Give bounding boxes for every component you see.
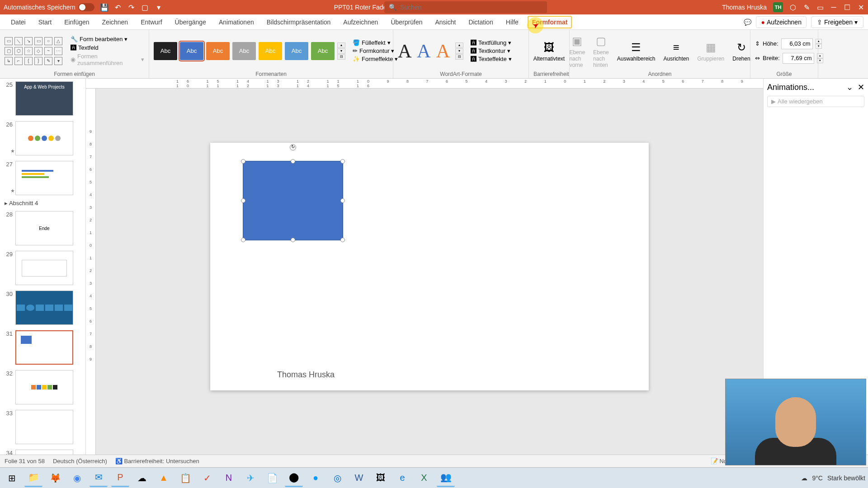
slide-thumb-30[interactable] [15, 291, 73, 325]
taskbar-app6-icon[interactable]: 🖼 [372, 469, 390, 487]
resize-handle-ne[interactable] [340, 159, 345, 164]
taskbar-app5-icon[interactable]: ◎ [328, 469, 346, 487]
toggle-switch-icon[interactable] [78, 3, 94, 11]
taskbar-outlook-icon[interactable]: ✉ [90, 469, 108, 487]
selected-rectangle-shape[interactable] [243, 161, 343, 240]
height-down-icon[interactable]: ▾ [816, 44, 822, 49]
width-up-icon[interactable]: ▴ [817, 53, 823, 58]
taskbar-app3-icon[interactable]: 📄 [263, 469, 281, 487]
resize-handle-n[interactable] [291, 159, 295, 164]
gallery-more-icon[interactable]: ⊟ [337, 54, 345, 60]
slide-thumb-28[interactable]: Ende [15, 211, 73, 245]
wordart-style-2[interactable]: A [417, 40, 430, 62]
taskbar-firefox-icon[interactable]: 🦊 [46, 469, 64, 487]
style-black[interactable]: Abc [154, 42, 177, 60]
style-yellow[interactable]: Abc [259, 42, 282, 60]
start-button[interactable]: ⊞ [3, 469, 21, 487]
shape-style-gallery[interactable]: Abc Abc Abc Abc Abc Abc Abc ▴ ▾ ⊟ [154, 42, 345, 60]
shape-effects-button[interactable]: ✨ Formeffekte ▾ [353, 56, 398, 62]
tab-bildschirm[interactable]: Bildschirmpräsentation [260, 14, 337, 29]
accessibility-status[interactable]: ♿ Barrierefreiheit: Untersuchen [115, 458, 199, 465]
width-control[interactable]: ⇔ Breite: ▴▾ [755, 53, 823, 64]
text-outline-button[interactable]: 🅰 Textkontur ▾ [471, 47, 512, 54]
text-effects-button[interactable]: 🅰 Texteffekte ▾ [471, 56, 512, 62]
resize-handle-se[interactable] [340, 238, 345, 242]
style-lightblue[interactable]: Abc [285, 42, 308, 60]
coming-soon-icon[interactable]: ⬡ [789, 4, 797, 11]
slide-thumb-29[interactable] [15, 251, 73, 285]
taskbar-chrome-icon[interactable]: ◉ [68, 469, 86, 487]
rotate-button[interactable]: ↻Drehen [730, 40, 753, 62]
shape-expand-icon[interactable]: ▾ [54, 57, 62, 65]
text-fill-button[interactable]: 🅰 Textfüllung ▾ [471, 39, 512, 46]
shape-oval-icon[interactable]: ○ [44, 37, 52, 45]
tab-uebergaenge[interactable]: Übergänge [169, 14, 212, 29]
resize-handle-e[interactable] [340, 198, 345, 203]
tab-formformat[interactable]: Formformat [528, 16, 572, 28]
slide-thumbnail-panel[interactable]: 25App & Web Projects 26★ 27★ ▸ Abschnitt… [0, 79, 86, 472]
taskbar-onenote-icon[interactable]: N [220, 469, 238, 487]
minimize-icon[interactable]: ─ [830, 4, 837, 11]
tab-entwurf[interactable]: Entwurf [134, 14, 168, 29]
taskbar-telegram-icon[interactable]: ✈ [241, 469, 259, 487]
gallery-down-icon[interactable]: ▾ [337, 48, 345, 54]
shape-hex-icon[interactable]: ⬡ [14, 47, 23, 55]
style-blue[interactable]: Abc [180, 42, 203, 60]
comments-icon[interactable]: 💬 [744, 19, 751, 26]
share-button[interactable]: ⇪Freigeben▾ [811, 16, 863, 28]
search-input[interactable] [400, 4, 542, 11]
style-gray[interactable]: Abc [232, 42, 256, 60]
taskbar-teams-icon[interactable]: 👥 [437, 469, 455, 487]
wordart-down-icon[interactable]: ▾ [455, 48, 463, 54]
slide-stage[interactable]: Thomas Hruska [96, 89, 763, 472]
slide-canvas[interactable]: Thomas Hruska [210, 143, 649, 390]
shape-rect-icon[interactable]: ▭ [34, 37, 42, 45]
weather-temp[interactable]: 9°C [812, 474, 823, 482]
shape-gallery[interactable]: ▭ ＼ ↘ ▭ ○ △ ▢ ⬡ ☆ ◇ ~ ⋯ ↳ ⌐ { } ✎ ▾ [5, 37, 62, 65]
selection-pane-button[interactable]: ☰Auswahlbereich [614, 40, 658, 62]
resize-handle-sw[interactable] [241, 238, 245, 242]
height-up-icon[interactable]: ▴ [816, 39, 822, 44]
shape-triangle-icon[interactable]: △ [54, 37, 62, 45]
close-icon[interactable]: ✕ [857, 4, 864, 11]
tab-einfuegen[interactable]: Einfügen [58, 14, 95, 29]
slide-thumb-32[interactable] [15, 370, 73, 404]
textbox-button[interactable]: 🅰 Textfeld [71, 44, 144, 51]
window-icon[interactable]: ▭ [816, 4, 824, 11]
shape-brace1-icon[interactable]: { [24, 57, 33, 65]
shape-line-icon[interactable]: ＼ [14, 37, 23, 45]
shape-rrect-icon[interactable]: ▢ [5, 47, 13, 55]
taskbar-explorer-icon[interactable]: 📁 [24, 469, 42, 487]
tab-aufzeichnen[interactable]: Aufzeichnen [337, 14, 384, 29]
shape-freeform-icon[interactable]: ✎ [44, 57, 52, 65]
present-icon[interactable]: ▢ [142, 4, 149, 11]
search-box[interactable]: 🔍 [384, 1, 547, 13]
taskbar-vlc-icon[interactable]: ▲ [155, 469, 173, 487]
taskbar-obs-icon[interactable]: ⬤ [285, 469, 303, 487]
taskbar-app2-icon[interactable]: 📋 [176, 469, 194, 487]
autosave-toggle[interactable]: Automatisches Speichern [4, 3, 94, 11]
language-status[interactable]: Deutsch (Österreich) [53, 458, 107, 465]
shape-more-icon[interactable]: ⋯ [54, 47, 62, 55]
resize-handle-s[interactable] [291, 238, 295, 242]
taskbar-todoist-icon[interactable]: ✓ [198, 469, 216, 487]
weather-icon[interactable]: ☁ [801, 474, 807, 482]
record-button[interactable]: ●Aufzeichnen [756, 16, 807, 28]
shape-brace2-icon[interactable]: } [34, 57, 42, 65]
maximize-icon[interactable]: ☐ [844, 4, 851, 11]
shape-fill-button[interactable]: 🪣 Fülleffekt ▾ [353, 39, 398, 46]
shape-star-icon[interactable]: ☆ [24, 47, 33, 55]
shape-connect-icon[interactable]: ↳ [5, 57, 13, 65]
section-header[interactable]: ▸ Abschnitt 4 [0, 198, 85, 208]
gallery-up-icon[interactable]: ▴ [337, 42, 345, 48]
wordart-gallery[interactable]: A A A ▴ ▾ ⊟ [398, 40, 463, 62]
shape-elbow-icon[interactable]: ⌐ [14, 57, 23, 65]
resize-handle-w[interactable] [241, 198, 245, 203]
resize-handle-nw[interactable] [241, 159, 245, 164]
pen-icon[interactable]: ✎ [803, 4, 810, 11]
slide-thumb-25[interactable]: App & Web Projects [15, 81, 73, 116]
tab-dictation[interactable]: Dictation [462, 14, 499, 29]
undo-icon[interactable]: ↶ [114, 4, 122, 11]
pane-collapse-icon[interactable]: ⌄ [846, 82, 853, 92]
shape-textbox-icon[interactable]: ▭ [5, 37, 13, 45]
